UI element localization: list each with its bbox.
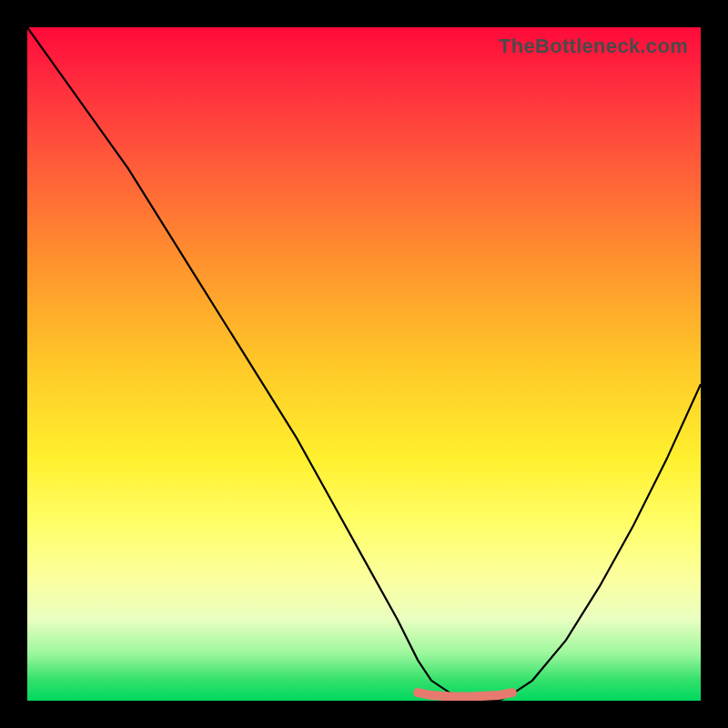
plot-area: TheBottleneck.com: [27, 27, 701, 701]
optimal-range-marker: [418, 693, 512, 696]
bottleneck-curve: [27, 27, 701, 701]
chart-frame: TheBottleneck.com: [0, 0, 728, 728]
curve-layer: [27, 27, 701, 701]
